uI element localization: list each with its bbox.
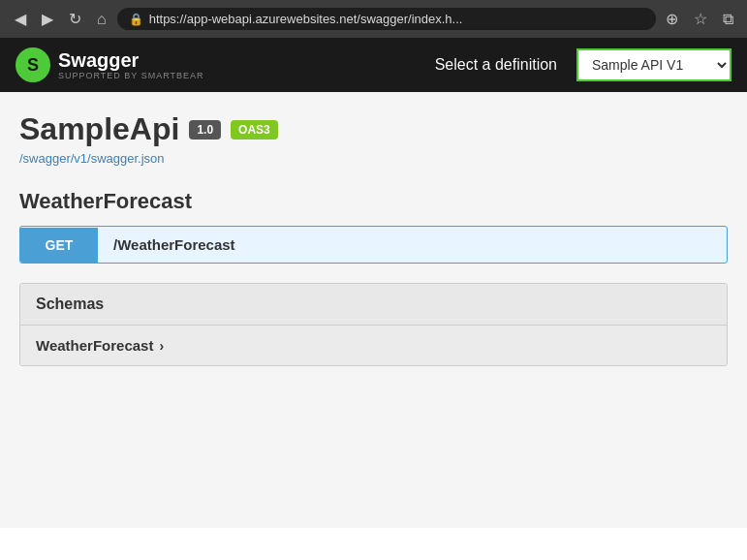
back-button[interactable]: ◀: [10, 8, 31, 30]
lock-icon: 🔒: [129, 13, 143, 26]
browser-chrome: ◀ ▶ ↻ ⌂ 🔒 https://app-webapi.azurewebsit…: [0, 0, 747, 38]
endpoint-row[interactable]: GET /WeatherForecast: [19, 226, 728, 264]
swagger-logo: S Swagger SUPPORTED BY SMARTBEAR: [16, 47, 204, 82]
swagger-header: S Swagger SUPPORTED BY SMARTBEAR Select …: [0, 38, 747, 92]
browser-icons: ⊕ ☆ ⧉: [662, 8, 737, 30]
extensions-button[interactable]: ⊕: [662, 8, 682, 30]
swagger-logo-icon: S: [16, 47, 50, 82]
schema-item-name: WeatherForecast: [36, 337, 153, 354]
reload-button[interactable]: ↻: [64, 8, 86, 30]
schema-item[interactable]: WeatherForecast ›: [20, 326, 727, 365]
select-definition-label: Select a definition: [435, 56, 557, 74]
schemas-header: Schemas: [20, 284, 727, 326]
main-content: SampleApi 1.0 OAS3 /swagger/v1/swagger.j…: [0, 92, 747, 528]
api-title-row: SampleApi 1.0 OAS3: [19, 111, 728, 147]
method-badge: GET: [20, 228, 98, 263]
oas-badge: OAS3: [231, 120, 278, 140]
version-badge: 1.0: [189, 120, 221, 140]
address-text: https://app-webapi.azurewebsites.net/swa…: [149, 12, 644, 26]
home-button[interactable]: ⌂: [92, 9, 111, 30]
schemas-box: Schemas WeatherForecast ›: [19, 283, 728, 366]
browser-toolbar: ◀ ▶ ↻ ⌂ 🔒 https://app-webapi.azurewebsit…: [0, 0, 747, 38]
swagger-name: Swagger: [58, 49, 204, 71]
forward-button[interactable]: ▶: [37, 8, 58, 30]
favorites-button[interactable]: ☆: [690, 8, 711, 30]
schema-chevron-icon: ›: [159, 338, 164, 354]
collections-button[interactable]: ⧉: [719, 9, 737, 30]
swagger-supported-by: SUPPORTED BY SMARTBEAR: [58, 71, 204, 80]
weather-section-label: WeatherForecast: [19, 189, 728, 214]
address-bar[interactable]: 🔒 https://app-webapi.azurewebsites.net/s…: [117, 8, 656, 30]
swagger-logo-text: Swagger SUPPORTED BY SMARTBEAR: [58, 49, 204, 80]
endpoint-path: /WeatherForecast: [98, 227, 251, 263]
definition-select[interactable]: Sample API V1: [576, 48, 731, 81]
api-title: SampleApi: [19, 111, 179, 147]
swagger-json-link[interactable]: /swagger/v1/swagger.json: [19, 151, 728, 166]
